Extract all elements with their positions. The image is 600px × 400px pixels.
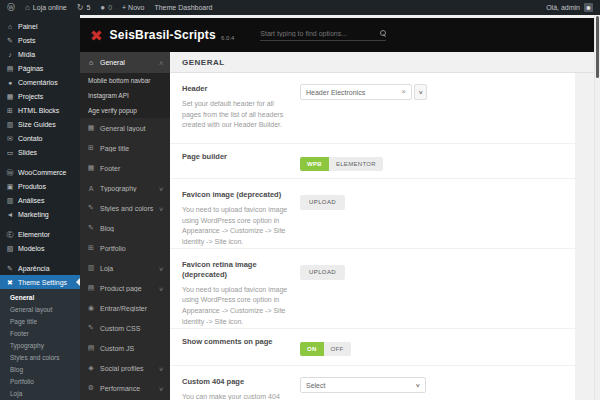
panel-nav-styles-and-colors[interactable]: ✎ Styles and colors ∨ bbox=[80, 198, 170, 218]
submenu-item-footer[interactable]: Footer bbox=[0, 327, 80, 339]
toggle-option-off[interactable]: OFF bbox=[324, 342, 351, 356]
sidebar-item-produtos[interactable]: ▣ Produtos bbox=[0, 179, 80, 193]
panel-nav-product-page[interactable]: ▤ Product page ∨ bbox=[80, 278, 170, 298]
sidebar-item-woocommerce[interactable]: Ⓦ WooCommerce bbox=[0, 165, 80, 179]
site-link[interactable]: ⌂ Loja online bbox=[25, 4, 67, 12]
sidebar-item-midia[interactable]: ♪ Mídia bbox=[0, 47, 80, 61]
sidebar-item-slides[interactable]: ▭ Slides bbox=[0, 145, 80, 159]
templates-icon: ▧ bbox=[6, 245, 14, 252]
sidebar-item-projects[interactable]: ▦ Projects bbox=[0, 89, 80, 103]
setting-label: Custom 404 page bbox=[182, 377, 292, 387]
typography-icon: A bbox=[87, 185, 95, 192]
panel-nav-performance[interactable]: ⚙ Performance ∨ bbox=[80, 378, 170, 398]
toggle-option-on[interactable]: ON bbox=[300, 342, 324, 356]
sidebar-item-aparencia[interactable]: ✎ Aparência bbox=[0, 261, 80, 275]
header-select[interactable]: Header Electronics × bbox=[300, 84, 412, 100]
theme-dashboard-label: Theme Dashboard bbox=[154, 4, 212, 11]
sidebar-item-theme-settings[interactable]: ✖ Theme Settings bbox=[0, 275, 80, 289]
submenu-item-blog[interactable]: Blog bbox=[0, 363, 80, 375]
setting-row-favicon-retina: Favicon retina image (deprecated) You ne… bbox=[170, 248, 575, 328]
sidebar-item-posts[interactable]: ✎ Posts bbox=[0, 33, 80, 47]
sidebar-item-elementor[interactable]: Ⓔ Elementor bbox=[0, 227, 80, 241]
submenu-item-general-layout[interactable]: General layout bbox=[0, 303, 80, 315]
sidebar-item-label: Posts bbox=[18, 37, 36, 44]
projects-icon: ▦ bbox=[6, 93, 14, 100]
panel-title: SeisBrasil-Scripts bbox=[110, 28, 216, 42]
panel-nav-general-subsections: Mobile bottom navbar Instagram API Age v… bbox=[80, 73, 170, 118]
account-menu[interactable]: Olá, admin bbox=[546, 4, 580, 11]
panel-nav-loja[interactable]: ▥ Loja ∨ bbox=[80, 258, 170, 278]
page-title-icon: ⊞ bbox=[87, 144, 95, 152]
wordpress-menu-button[interactable]: Ⓦ bbox=[7, 4, 15, 12]
panel-nav-portfolio[interactable]: ⊞ Portfolio bbox=[80, 238, 170, 258]
panel-nav-label: Portfolio bbox=[100, 245, 158, 252]
submenu-item-portfolio[interactable]: Portfolio bbox=[0, 375, 80, 387]
custom-404-select-value: Select bbox=[306, 382, 325, 389]
submenu-item-page-title[interactable]: Page title bbox=[0, 315, 80, 327]
sidebar-item-size-guides[interactable]: ▥ Size Guides bbox=[0, 117, 80, 131]
panel-nav-footer[interactable]: ▦ Footer bbox=[80, 158, 170, 178]
panel-nav-page-title[interactable]: ⊞ Page title bbox=[80, 138, 170, 158]
setting-label: Favicon retina image (deprecated) bbox=[182, 260, 292, 280]
sidebar-item-paginas[interactable]: ▤ Páginas bbox=[0, 61, 80, 75]
social-icon: ◈ bbox=[87, 364, 95, 372]
products-icon: ▣ bbox=[6, 183, 14, 190]
submenu-item-loja[interactable]: Loja bbox=[0, 387, 80, 399]
upload-button[interactable]: UPLOAD bbox=[300, 265, 345, 280]
panel-nav-custom-css[interactable]: ✎ Custom CSS bbox=[80, 318, 170, 338]
sidebar-item-analises[interactable]: ▥ Análises bbox=[0, 193, 80, 207]
toggle-option-wpb[interactable]: WPB bbox=[300, 157, 329, 171]
panel-nav-age-verify-popup[interactable]: Age verify popup bbox=[80, 103, 170, 118]
panel-nav-typography[interactable]: A Typography ∨ bbox=[80, 178, 170, 198]
avatar[interactable]: ☻ bbox=[584, 3, 593, 12]
gear-icon: ⚙ bbox=[87, 384, 95, 392]
submenu-item-styles-and-colors[interactable]: Styles and colors bbox=[0, 351, 80, 363]
header-select-dropdown-button[interactable]: ∨ bbox=[414, 84, 427, 100]
sidebar-item-label: Comentários bbox=[18, 79, 58, 86]
toggle-option-elementor[interactable]: ELEMENTOR bbox=[329, 157, 383, 171]
panel-nav-entrar-register[interactable]: ◉ Entrar/Register bbox=[80, 298, 170, 318]
sidebar-item-label: Aparência bbox=[18, 265, 50, 272]
media-icon: ♪ bbox=[6, 51, 14, 58]
panel-nav-instagram-api[interactable]: Instagram API bbox=[80, 88, 170, 103]
submenu-item-general[interactable]: General bbox=[0, 291, 80, 303]
mail-icon: ✉ bbox=[6, 135, 14, 142]
panel-nav-label: Performance bbox=[100, 385, 154, 392]
new-content-button[interactable]: + Novo bbox=[122, 4, 144, 11]
sidebar-item-html-blocks[interactable]: ⊞ HTML Blocks bbox=[0, 103, 80, 117]
sidebar-item-label: Análises bbox=[18, 197, 44, 204]
upload-button[interactable]: UPLOAD bbox=[300, 195, 345, 210]
submenu-item-typography[interactable]: Typography bbox=[0, 339, 80, 351]
scrollbar-thumb[interactable] bbox=[596, 16, 599, 78]
comments-link[interactable]: ● 0 bbox=[100, 4, 112, 12]
clear-icon[interactable]: × bbox=[401, 88, 406, 96]
theme-dashboard-link[interactable]: Theme Dashboard bbox=[154, 4, 212, 11]
setting-row-header: Header Set your default header for all p… bbox=[170, 73, 575, 143]
options-search-input[interactable] bbox=[260, 30, 377, 37]
sidebar-item-marketing[interactable]: ◄ Marketing bbox=[0, 207, 80, 221]
panel-body: ⌂ General ∧ Mobile bottom navbar Instagr… bbox=[80, 52, 594, 400]
wp-admin-sidebar: ⌂ Painel ✎ Posts ♪ Mídia ▤ Páginas ● Com… bbox=[0, 15, 80, 400]
updates-link[interactable]: ↻ 5 bbox=[77, 4, 91, 12]
table-icon: ▥ bbox=[6, 121, 14, 128]
chevron-down-icon: ∨ bbox=[158, 185, 164, 192]
panel-nav-custom-js[interactable]: ▤ Custom JS bbox=[80, 338, 170, 358]
chevron-down-icon: ∨ bbox=[158, 365, 164, 372]
sidebar-item-painel[interactable]: ⌂ Painel bbox=[0, 19, 80, 33]
panel-nav-social-profiles[interactable]: ◈ Social profiles ∨ bbox=[80, 358, 170, 378]
comments-icon: ● bbox=[100, 4, 105, 12]
sidebar-item-modelos[interactable]: ▧ Modelos bbox=[0, 241, 80, 255]
setting-row-page-builder: Page builder WPB ELEMENTOR bbox=[170, 143, 575, 178]
user-icon: ◉ bbox=[87, 304, 95, 312]
sidebar-item-comentarios[interactable]: ● Comentários bbox=[0, 75, 80, 89]
section-title: GENERAL bbox=[170, 52, 594, 73]
sidebar-item-contato[interactable]: ✉ Contato bbox=[0, 131, 80, 145]
panel-nav-blog[interactable]: ✎ Blog bbox=[80, 218, 170, 238]
new-content-label: + Novo bbox=[122, 4, 144, 11]
custom-404-select[interactable]: Select ∨ bbox=[300, 377, 426, 393]
panel-nav-general-layout[interactable]: ▦ General layout bbox=[80, 118, 170, 138]
chevron-up-icon: ∧ bbox=[158, 59, 164, 66]
sidebar-item-label: Projects bbox=[18, 93, 43, 100]
panel-nav-mobile-bottom-navbar[interactable]: Mobile bottom navbar bbox=[80, 73, 170, 88]
panel-nav-general[interactable]: ⌂ General ∧ bbox=[80, 52, 170, 73]
